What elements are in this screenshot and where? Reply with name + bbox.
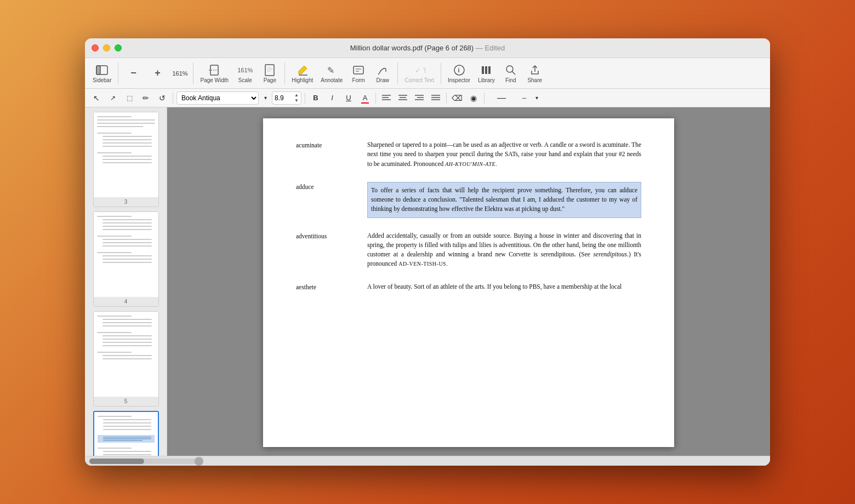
format-sep-1 [173,93,173,104]
window-title: Million dollar words.pdf (Page 6 of 268)… [350,44,505,52]
share-tool[interactable]: Share [523,64,546,83]
horizontal-scrollbar[interactable] [89,459,199,464]
library-tool[interactable]: Library [475,64,498,83]
scrollbar-container [89,459,199,464]
font-chevron[interactable]: ▾ [261,91,270,105]
svg-rect-17 [485,66,487,74]
page-thumb-6[interactable]: 6 [93,411,159,456]
align-left-button[interactable] [379,91,394,105]
bottom-bar [85,456,770,466]
line-style-2-button[interactable]: --- [517,91,531,105]
pointer-tool[interactable]: ↖ [89,91,104,105]
font-size-value[interactable]: 8.9 [275,94,284,102]
justify-button[interactable] [429,91,443,105]
annotate-tool[interactable]: ✎ Annotate [317,64,346,83]
scale-icon: 161% [236,64,254,77]
highlight-icon [294,64,311,77]
format-bar: ↖ ↗ ⬚ ✏ ↺ Book Antiqua ▾ 8.9 ▲ ▼ B I U A [85,89,770,107]
font-name-select[interactable]: Book Antiqua [176,91,259,105]
svg-rect-16 [482,66,484,74]
sidebar-tool[interactable]: Sidebar [89,64,115,83]
main-area: 3 [85,107,770,456]
thumb-content-4 [94,212,158,297]
dict-entry-acuminate: acuminate Sharpened or tapered to a poin… [296,140,641,169]
format-sep-5 [484,93,485,104]
italic-button[interactable]: I [325,91,339,105]
pen-tool[interactable]: ✏ [139,91,153,105]
format-sep-2 [305,93,305,104]
svg-line-20 [512,71,515,75]
pdf-content-area[interactable]: acuminate Sharpened or tapered to a poin… [167,107,770,456]
traffic-lights [92,44,122,51]
font-size-box: 8.9 ▲ ▼ [272,91,301,105]
zoom-out-tool[interactable]: − [122,67,145,80]
toolbar-sep-1 [118,62,118,84]
def-aesthete: A lover of beauty. Sort of an athlete of… [367,282,641,291]
share-icon [527,64,543,77]
find-tool[interactable]: Find [499,64,522,83]
close-button[interactable] [92,44,99,51]
page-tool[interactable]: Page [258,64,281,83]
toolbar-sep-5 [441,62,441,84]
pdf-page: acuminate Sharpened or tapered to a poin… [263,118,674,447]
maximize-button[interactable] [115,44,122,51]
page-width-tool[interactable]: Page Width [197,64,232,83]
def-adventitious: Added accidentally, casually or from an … [367,231,641,269]
zoom-in-tool[interactable]: + [146,67,169,80]
page-icon [261,64,278,77]
svg-rect-10 [354,66,363,74]
svg-text:✎: ✎ [327,66,334,75]
page-width-icon [206,64,223,77]
word-adventitious: adventitious [296,231,367,241]
word-acuminate: acuminate [296,140,367,150]
highlight-tool[interactable]: Highlight [288,64,316,83]
scale-tool[interactable]: 161% Scale [233,64,257,83]
select-rect-tool[interactable]: ⬚ [122,91,136,105]
text-color-button[interactable]: A [358,91,372,105]
find-icon [503,64,519,77]
align-center-button[interactable] [396,91,410,105]
svg-rect-18 [488,66,491,74]
page-num-3: 3 [94,197,158,207]
line-chevron[interactable]: ▾ [533,91,540,105]
page-num-4: 4 [94,297,158,306]
annotate-icon: ✎ [323,64,340,77]
bold-button[interactable]: B [309,91,323,105]
underline-button[interactable]: U [341,91,356,105]
fill-button[interactable]: ◉ [466,91,481,105]
draw-tool[interactable]: Draw [371,64,394,83]
format-sep-3 [375,93,376,104]
inspector-tool[interactable]: i Inspector [444,64,474,83]
zoom-value[interactable]: 161% [170,70,190,77]
correct-text-tool[interactable]: ✓ T Correct Text [401,64,437,83]
svg-text:✓ T: ✓ T [415,66,425,75]
form-icon [350,64,367,77]
thumb-content-3 [94,112,158,197]
dict-entry-adventitious: adventitious Added accidentally, casuall… [296,231,641,269]
dict-entry-adduce: adduce To offer a series of facts that w… [296,182,641,218]
page-thumb-3[interactable]: 3 [93,112,159,207]
undo-tool[interactable]: ↺ [155,91,169,105]
svg-rect-4 [265,65,274,76]
dict-entry-aesthete: aesthete A lover of beauty. Sort of an a… [296,282,641,292]
scroll-thumb[interactable] [89,459,144,464]
align-right-button[interactable] [412,91,426,105]
title-bar: Million dollar words.pdf (Page 6 of 268)… [85,38,770,58]
font-size-down[interactable]: ▼ [294,98,299,103]
correct-text-icon: ✓ T [411,64,428,77]
minimize-button[interactable] [103,44,110,51]
form-tool[interactable]: Form [347,64,370,83]
page-thumb-4[interactable]: 4 [93,211,159,307]
scroll-handle[interactable] [195,457,203,466]
format-sep-4 [446,93,447,104]
page-thumb-5[interactable]: 5 [93,311,159,406]
line-style-button[interactable]: — [488,91,515,105]
select-tool[interactable]: ↗ [106,91,120,105]
page-thumbnail-sidebar: 3 [85,107,167,456]
eraser-button[interactable]: ⌫ [450,91,464,105]
toolbar-sep-3 [284,62,285,84]
font-size-up[interactable]: ▲ [294,93,299,98]
sidebar-icon [94,64,110,77]
toolbar-sep-2 [193,62,193,84]
def-acuminate: Sharpened or tapered to a point—can be u… [367,140,641,169]
